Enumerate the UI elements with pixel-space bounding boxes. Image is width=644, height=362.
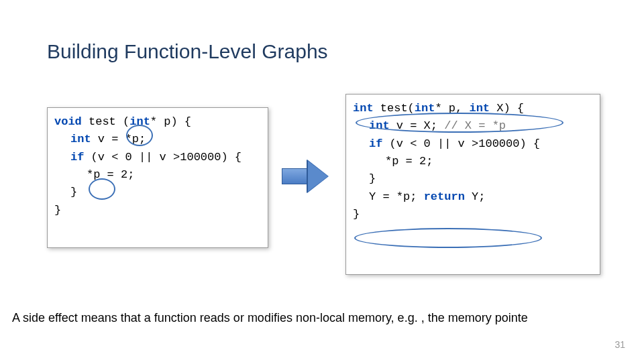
code-text: Y = *p; [369,190,424,203]
kw-int: int [415,102,435,115]
kw-int: int [469,102,490,115]
kw-int: int [353,102,374,115]
code-text: * p) { [150,115,191,128]
code-text: v = X; [390,119,445,132]
code-text: test ( [82,115,129,128]
kw-return: return [424,190,465,203]
code-line: } [54,184,261,201]
code-line: } [353,170,593,188]
code-text: * p, [435,102,469,115]
code-box-right: int test(int* p, int X) { int v = X; // … [345,94,600,275]
code-line: if (v < 0 || v >100000) { [353,135,593,153]
code-text: X) { [490,102,524,115]
code-line: Y = *p; return Y; [353,188,593,206]
page-number: 31 [614,339,625,350]
kw-if: if [369,137,382,150]
code-text: v = *p; [91,133,146,145]
code-line: int v = X; // X = *p [353,117,593,135]
footer-caption: A side effect means that a function read… [12,311,528,325]
code-line: void test (int* p) { [54,113,261,131]
code-text: Y; [465,190,486,203]
code-text: (v < 0 || v >100000) { [382,137,540,150]
code-line: } [353,206,593,223]
kw-int: int [70,133,91,145]
code-line: int v = *p; [54,131,261,148]
code-line: } [54,202,261,219]
kw-int: int [129,115,150,128]
code-line: if (v < 0 || v >100000) { [54,149,261,166]
code-box-left: void test (int* p) { int v = *p; if (v <… [47,107,268,248]
code-text: test( [374,102,415,115]
code-text: (v < 0 || v >100000) { [84,151,241,164]
arrow-right-icon [282,160,335,193]
code-line: *p = 2; [353,153,593,170]
kw-int: int [369,119,390,132]
code-line: *p = 2; [54,166,261,184]
code-comment: // X = *p [444,119,506,132]
slide-title: Building Function-Level Graphs [47,40,328,63]
code-line: int test(int* p, int X) { [353,100,593,117]
kw-void: void [54,115,82,128]
kw-if: if [70,151,84,164]
